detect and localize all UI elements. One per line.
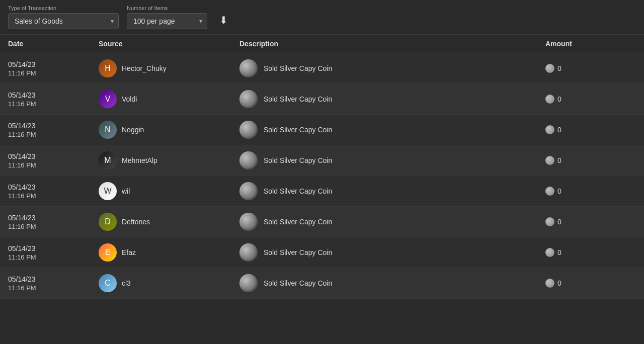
date-value: 05/14/23: [8, 60, 99, 68]
source-cell: W wil: [99, 182, 239, 200]
amount-value: 0: [557, 248, 561, 256]
count-filter-label: Number of Items: [127, 5, 207, 11]
currency-icon: [545, 125, 554, 134]
coin-icon: [239, 121, 258, 139]
avatar: M: [99, 151, 117, 169]
header-date: Date: [8, 40, 99, 48]
description-cell: Sold Silver Capy Coin: [239, 274, 545, 292]
description-text: Sold Silver Capy Coin: [264, 187, 332, 195]
currency-icon: [545, 64, 554, 73]
description-text: Sold Silver Capy Coin: [264, 248, 332, 256]
avatar: C: [99, 274, 117, 292]
date-cell: 05/14/23 11:16 PM: [8, 244, 99, 261]
date-value: 05/14/23: [8, 244, 99, 252]
date-cell: 05/14/23 11:16 PM: [8, 183, 99, 200]
date-value: 05/14/23: [8, 214, 99, 222]
time-value: 11:16 PM: [8, 253, 99, 261]
date-cell: 05/14/23 11:16 PM: [8, 91, 99, 108]
table-row: 05/14/23 11:16 PM W wil Sold Silver Capy…: [0, 176, 644, 207]
source-cell: D Deftones: [99, 213, 239, 231]
table-row: 05/14/23 11:16 PM H Hector_Chuky Sold Si…: [0, 53, 644, 84]
description-text: Sold Silver Capy Coin: [264, 64, 332, 72]
time-value: 11:16 PM: [8, 223, 99, 230]
source-cell: V Voldi: [99, 90, 239, 108]
source-cell: E Efaz: [99, 243, 239, 262]
amount-cell: 0: [545, 279, 636, 288]
type-filter-label: Type of Transaction: [8, 5, 119, 11]
currency-icon: [545, 279, 554, 288]
amount-cell: 0: [545, 187, 636, 196]
source-name: Noggin: [122, 126, 144, 134]
source-name: wil: [122, 187, 130, 195]
count-filter-group: Number of Items 25 per page 50 per page …: [127, 5, 207, 29]
header-description: Description: [239, 40, 545, 48]
source-name: Hector_Chuky: [122, 64, 167, 72]
date-cell: 05/14/23 11:16 PM: [8, 122, 99, 138]
table-row: 05/14/23 11:16 PM D Deftones Sold Silver…: [0, 207, 644, 237]
avatar: V: [99, 90, 117, 108]
amount-value: 0: [557, 95, 561, 103]
type-filter-group: Type of Transaction Sales of Goods Purch…: [8, 5, 119, 29]
source-name: MehmetAlp: [122, 156, 157, 164]
type-select[interactable]: Sales of Goods Purchases Transfers Other: [8, 13, 119, 29]
description-cell: Sold Silver Capy Coin: [239, 90, 545, 108]
time-value: 11:16 PM: [8, 131, 99, 138]
description-cell: Sold Silver Capy Coin: [239, 243, 545, 262]
amount-cell: 0: [545, 95, 636, 104]
count-select-wrapper: 25 per page 50 per page 100 per page 200…: [127, 13, 207, 29]
toolbar: Type of Transaction Sales of Goods Purch…: [0, 0, 644, 34]
coin-icon: [239, 59, 258, 77]
header-source: Source: [99, 40, 239, 48]
amount-value: 0: [557, 64, 561, 72]
currency-icon: [545, 156, 554, 165]
amount-value: 0: [557, 218, 561, 226]
date-cell: 05/14/23 11:16 PM: [8, 275, 99, 292]
table-row: 05/14/23 11:16 PM N Noggin Sold Silver C…: [0, 115, 644, 145]
amount-cell: 0: [545, 64, 636, 73]
table-row: 05/14/23 11:16 PM C ci3 Sold Silver Capy…: [0, 268, 644, 299]
currency-icon: [545, 248, 554, 257]
amount-value: 0: [557, 187, 561, 195]
coin-icon: [239, 151, 258, 169]
description-text: Sold Silver Capy Coin: [264, 95, 332, 103]
description-cell: Sold Silver Capy Coin: [239, 182, 545, 200]
description-text: Sold Silver Capy Coin: [264, 218, 332, 226]
description-text: Sold Silver Capy Coin: [264, 156, 332, 164]
description-cell: Sold Silver Capy Coin: [239, 59, 545, 77]
description-cell: Sold Silver Capy Coin: [239, 213, 545, 231]
coin-icon: [239, 182, 258, 200]
source-name: Voldi: [122, 95, 137, 103]
source-name: Deftones: [122, 218, 150, 226]
date-value: 05/14/23: [8, 122, 99, 130]
count-select[interactable]: 25 per page 50 per page 100 per page 200…: [127, 13, 207, 29]
type-select-wrapper: Sales of Goods Purchases Transfers Other…: [8, 13, 119, 29]
table-header: Date Source Description Amount: [0, 34, 644, 53]
amount-cell: 0: [545, 217, 636, 226]
header-amount: Amount: [545, 40, 636, 48]
date-cell: 05/14/23 11:16 PM: [8, 214, 99, 230]
download-button[interactable]: ⬇: [215, 11, 232, 29]
table-row: 05/14/23 11:16 PM E Efaz Sold Silver Cap…: [0, 237, 644, 268]
coin-icon: [239, 243, 258, 262]
date-value: 05/14/23: [8, 91, 99, 99]
download-icon: ⬇: [219, 14, 228, 26]
avatar: W: [99, 182, 117, 200]
table-row: 05/14/23 11:16 PM V Voldi Sold Silver Ca…: [0, 84, 644, 115]
avatar: N: [99, 121, 117, 139]
coin-icon: [239, 274, 258, 292]
date-value: 05/14/23: [8, 183, 99, 191]
description-text: Sold Silver Capy Coin: [264, 126, 332, 134]
amount-value: 0: [557, 279, 561, 287]
source-cell: M MehmetAlp: [99, 151, 239, 169]
date-value: 05/14/23: [8, 275, 99, 283]
time-value: 11:16 PM: [8, 100, 99, 108]
description-text: Sold Silver Capy Coin: [264, 279, 332, 287]
coin-icon: [239, 90, 258, 108]
table-row: 05/14/23 11:16 PM M MehmetAlp Sold Silve…: [0, 145, 644, 176]
source-cell: N Noggin: [99, 121, 239, 139]
source-name: Efaz: [122, 248, 136, 256]
description-cell: Sold Silver Capy Coin: [239, 121, 545, 139]
time-value: 11:16 PM: [8, 192, 99, 200]
avatar: H: [99, 59, 117, 77]
date-cell: 05/14/23 11:16 PM: [8, 152, 99, 169]
